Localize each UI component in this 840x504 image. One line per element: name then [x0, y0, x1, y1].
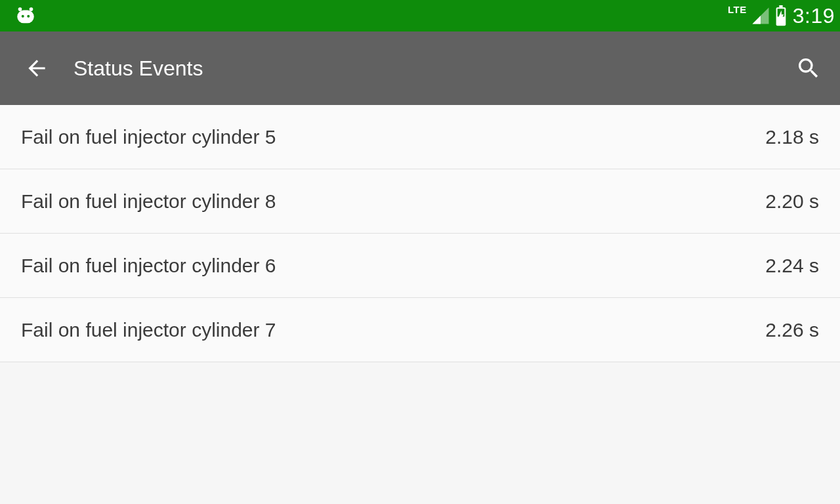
back-button[interactable] — [21, 52, 52, 84]
list-item[interactable]: Fail on fuel injector cylinder 6 2.24 s — [0, 234, 840, 298]
cellular-signal-icon — [751, 6, 770, 26]
event-label: Fail on fuel injector cylinder 7 — [21, 319, 765, 341]
event-label: Fail on fuel injector cylinder 5 — [21, 126, 765, 148]
event-label: Fail on fuel injector cylinder 6 — [21, 255, 765, 277]
svg-point-1 — [30, 7, 33, 11]
status-events-list: Fail on fuel injector cylinder 5 2.18 s … — [0, 105, 840, 362]
event-time: 2.24 s — [765, 255, 819, 277]
search-icon — [795, 55, 822, 81]
android-head-icon — [14, 6, 37, 26]
app-bar: Status Events — [0, 32, 840, 105]
page-title: Status Events — [74, 56, 793, 81]
svg-point-4 — [27, 15, 30, 18]
status-bar-clock: 3:19 — [793, 4, 835, 28]
network-lte-icon: LTE — [728, 4, 747, 15]
event-time: 2.20 s — [765, 190, 819, 213]
svg-rect-5 — [779, 5, 782, 7]
svg-point-0 — [18, 7, 22, 11]
event-label: Fail on fuel injector cylinder 8 — [21, 190, 765, 213]
search-button[interactable] — [793, 52, 824, 84]
svg-rect-2 — [17, 10, 34, 24]
event-time: 2.18 s — [765, 126, 819, 148]
list-item[interactable]: Fail on fuel injector cylinder 5 2.18 s — [0, 105, 840, 169]
android-status-bar: LTE 3:19 — [0, 0, 840, 32]
svg-point-3 — [22, 15, 24, 18]
event-time: 2.26 s — [765, 319, 819, 341]
list-item[interactable]: Fail on fuel injector cylinder 7 2.26 s — [0, 298, 840, 362]
list-item[interactable]: Fail on fuel injector cylinder 8 2.20 s — [0, 169, 840, 234]
battery-charging-icon — [774, 5, 788, 26]
arrow-back-icon — [24, 56, 49, 81]
